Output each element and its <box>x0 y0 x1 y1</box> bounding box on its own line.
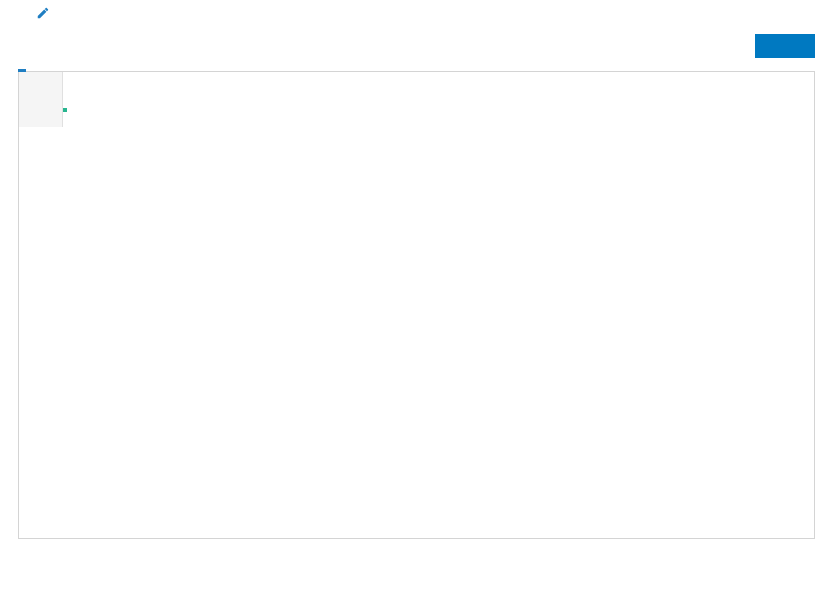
highlight-box <box>63 108 67 112</box>
test-button[interactable] <box>755 34 815 58</box>
editor-scroll[interactable] <box>19 72 814 538</box>
tabs-row <box>18 34 815 72</box>
code-editor[interactable] <box>18 72 815 539</box>
pencil-icon <box>36 6 50 20</box>
header <box>18 0 815 34</box>
tabs <box>18 51 26 71</box>
code-area[interactable] <box>63 72 814 127</box>
edit-button[interactable] <box>36 6 56 20</box>
gutter <box>19 72 63 127</box>
tab-expression[interactable] <box>18 51 26 72</box>
editor-inner <box>19 72 814 127</box>
